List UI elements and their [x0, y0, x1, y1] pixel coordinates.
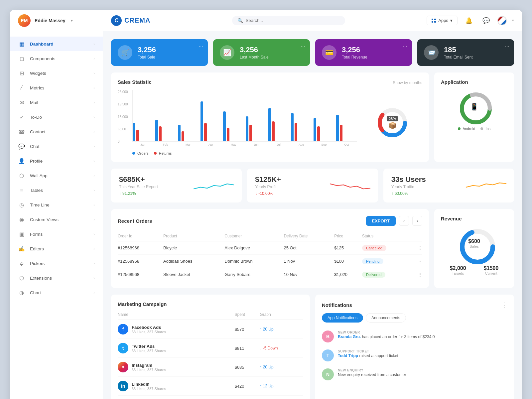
- y-label-2: 6,500: [118, 127, 131, 131]
- sidebar-item-extensions[interactable]: ⬡ Extensions ›: [10, 271, 103, 285]
- product-3: Sleeve Jacket: [163, 268, 224, 281]
- row-more-2[interactable]: ⋮: [413, 255, 422, 268]
- kpi-label-profit: Yearly Profit: [255, 185, 281, 189]
- list-item: t Twitter Ads 63 Likes, 387 Shares $811: [118, 339, 303, 358]
- sidebar-item-chat[interactable]: 💬 Chat ›: [10, 139, 103, 154]
- sidebar-item-timeline[interactable]: ◷ Time Line ›: [10, 198, 103, 212]
- table-row: #12568968 Bicycle Alex Dolgove 25 Oct $1…: [118, 241, 422, 255]
- sidebar-item-contact[interactable]: ☎ Contact ›: [10, 124, 103, 139]
- user-dropdown-icon[interactable]: ▾: [71, 18, 73, 23]
- search-icon: 🔍: [237, 18, 243, 23]
- x-labels: Jan Feb Mar Apr May Jun Jul Aug Sep: [132, 143, 357, 146]
- last-month-icon: 📈: [220, 45, 234, 60]
- next-button[interactable]: ›: [412, 216, 422, 226]
- last-month-more-icon[interactable]: ···: [301, 43, 305, 49]
- sidebar-item-metrics[interactable]: ∕ Metrics ›: [10, 80, 103, 95]
- notif-content-1: NEW ORDER Branda Gru. has placed an orde…: [338, 331, 507, 340]
- kpi-change-value-profit: -10.00%: [258, 191, 273, 196]
- sidebar-item-chart[interactable]: ◑ Chart ›: [10, 285, 103, 300]
- campaign-cell-fb: f Facebook Ads 63 Likes, 387 Shares: [118, 324, 235, 334]
- li-name: LinkedIn: [132, 382, 166, 387]
- col-customer: Customer: [224, 231, 284, 241]
- total-revenue-label: Total Revenue: [342, 55, 405, 60]
- tab-app-notifications[interactable]: App Notifications: [322, 313, 363, 323]
- sidebar-item-widgets[interactable]: ⊞ Widgets ›: [10, 66, 103, 80]
- y-labels: 26,000 19,500 13,000 6,500 0: [118, 90, 131, 143]
- kpi-label-traffic: Yearly Traffic: [391, 185, 426, 189]
- bar-jul-red: [272, 121, 275, 141]
- forms-icon: ▣: [18, 230, 25, 238]
- ig-name: Instagram: [132, 363, 166, 368]
- revenue-stats: $2,000 Targets $1500 Current: [441, 265, 507, 275]
- col-product: Product: [163, 231, 224, 241]
- y-label-4: 19,500: [118, 102, 131, 106]
- sidebar-item-wall-app[interactable]: ⬡ Wall App ›: [10, 168, 103, 183]
- sidebar-item-mail[interactable]: ✉ Mail ›: [10, 95, 103, 110]
- sidebar-item-editors[interactable]: ✍ Editors ›: [10, 241, 103, 256]
- avatar: EM: [18, 14, 31, 27]
- sidebar-arrow: ›: [93, 261, 95, 265]
- chart-area: 26,000 19,500 13,000 6,500 0: [118, 90, 422, 155]
- x-label-jul: Jul: [268, 143, 289, 146]
- notif-link-1[interactable]: Branda Gru.: [338, 334, 361, 339]
- campaign-info-ig: Instagram 63 Likes, 387 Shares: [132, 363, 166, 372]
- sidebar-label-widgets: Widgets: [30, 71, 93, 76]
- todo-icon: ✓: [18, 113, 25, 121]
- export-button[interactable]: EXPORT: [366, 216, 396, 226]
- stat-card-email: 📨 185 Total Email Sent ···: [417, 39, 514, 66]
- sidebar-item-pickers[interactable]: ⬙ Pickers ›: [10, 256, 103, 271]
- last-month-value: 3,256: [240, 46, 303, 54]
- bar-sep-blue: [314, 118, 316, 141]
- chat-icon[interactable]: 💬: [480, 15, 492, 27]
- notif-header: Notifications ⋮: [322, 301, 507, 309]
- sidebar-item-components[interactable]: ◻ Components ›: [10, 51, 103, 66]
- apps-button[interactable]: Apps ▾: [427, 16, 458, 25]
- sidebar-arrow: ›: [93, 188, 95, 192]
- show-by-months[interactable]: Show by months: [393, 80, 422, 85]
- chart-header: Sales Statistic Show by months: [118, 79, 422, 86]
- bar-jun-blue: [246, 116, 248, 141]
- middle-row: Sales Statistic Show by months 26,000 19…: [111, 72, 514, 162]
- sidebar-item-profile[interactable]: 👤 Profile ›: [10, 154, 103, 168]
- customer-2: Domnic Brown: [224, 255, 284, 268]
- total-revenue-more-icon[interactable]: ···: [403, 43, 407, 49]
- li-spent: $420: [235, 377, 260, 396]
- kpi-left: $685K+ This Year Sale Report ↑ 91.21%: [119, 175, 158, 196]
- bar-aug-red: [295, 123, 297, 141]
- col-order-id: Order Id: [118, 231, 163, 241]
- contact-icon: ☎: [18, 128, 25, 135]
- ios-legend: Ios: [480, 127, 490, 131]
- stat-card-content: 3,256 Total Revenue: [342, 46, 405, 60]
- row-more-3[interactable]: ⋮: [413, 268, 422, 281]
- kpi-value-profit: $125K+: [255, 175, 281, 184]
- email-more-icon[interactable]: ···: [505, 43, 509, 49]
- language-selector[interactable]: [497, 16, 507, 25]
- tab-announcements[interactable]: Announcements: [366, 313, 406, 323]
- row-more-1[interactable]: ⋮: [413, 241, 422, 255]
- search-input[interactable]: [246, 18, 340, 23]
- sidebar-label-tables: Tables: [30, 188, 93, 193]
- search-bar[interactable]: 🔍: [232, 16, 345, 25]
- bar-group-apr: [200, 101, 221, 141]
- kpi-change-traffic: ↑ 60.00%: [391, 191, 426, 196]
- delivery-2: 1 Nov: [284, 255, 334, 268]
- campaign-cell-tw: t Twitter Ads 63 Likes, 387 Shares: [118, 343, 235, 353]
- sidebar-item-custom-views[interactable]: ◉ Custom Views ›: [10, 212, 103, 227]
- bar-aug-blue: [291, 113, 294, 141]
- sidebar-arrow: ›: [93, 174, 95, 178]
- prev-button[interactable]: ‹: [399, 216, 409, 226]
- ig-change: ↑ 20 Up: [260, 365, 303, 369]
- sidebar-item-dashboard[interactable]: ▦ Dashboard ›: [10, 37, 103, 51]
- language-chevron-icon[interactable]: ▾: [512, 18, 514, 23]
- fb-spent: $570: [235, 320, 260, 339]
- sidebar-item-tables[interactable]: ≡ Tables ›: [10, 183, 103, 198]
- customer-1: Alex Dolgove: [224, 241, 284, 255]
- total-sale-more-icon[interactable]: ···: [199, 43, 203, 49]
- notifications-bell-icon[interactable]: 🔔: [463, 15, 475, 27]
- notif-more-icon[interactable]: ⋮: [501, 301, 507, 309]
- sidebar-item-forms[interactable]: ▣ Forms ›: [10, 227, 103, 241]
- sidebar-label-extensions: Extensions: [30, 276, 93, 281]
- sidebar-item-todo[interactable]: ✓ To-Do ›: [10, 110, 103, 124]
- notif-link-2[interactable]: Todd Tripp: [338, 353, 358, 358]
- bar-group-jul: [268, 108, 289, 141]
